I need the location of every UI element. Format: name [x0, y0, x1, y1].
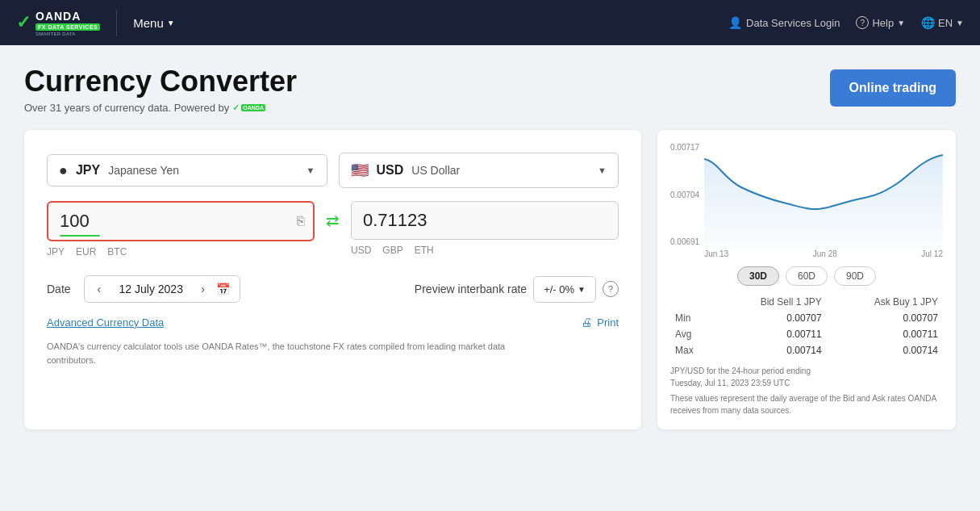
logo-checkmark-icon: ✓ [16, 12, 31, 33]
stats-avg-bid: 0.00711 [715, 326, 827, 342]
logo-text-block: OANDA FX DATA SERVICES SMARTER DATA [35, 10, 100, 36]
from-currency-shortcuts: JPY EUR BTC [47, 246, 315, 258]
from-amount-input[interactable] [60, 211, 277, 232]
stats-min-bid: 0.00707 [715, 310, 827, 326]
date-next-button[interactable]: › [198, 283, 208, 295]
from-amount-underline [60, 235, 100, 237]
shortcut-eur[interactable]: EUR [76, 246, 96, 258]
to-flag-icon: 🇺🇸 [351, 161, 369, 179]
chart-x-labels: Jun 13 Jun 28 Jul 12 [704, 249, 943, 258]
logo-tagline: FX DATA SERVICES [35, 23, 100, 31]
chart-svg-container: Jun 13 Jun 28 Jul 12 [704, 143, 943, 258]
calendar-icon[interactable]: 📅 [216, 283, 230, 295]
stats-table: Bid Sell 1 JPY Ask Buy 1 JPY Min 0.00707… [670, 294, 943, 358]
navbar: ✓ OANDA FX DATA SERVICES SMARTER DATA Me… [0, 0, 980, 45]
date-label: Date [47, 283, 71, 295]
nav-menu[interactable]: Menu ▼ [133, 16, 174, 30]
to-currency-shortcuts: USD GBP ETH [351, 245, 619, 256]
rate-help-icon[interactable]: ? [603, 281, 619, 297]
stats-max-label: Max [670, 342, 715, 358]
date-prev-button[interactable]: ‹ [94, 283, 105, 295]
shortcut-btc[interactable]: BTC [107, 246, 127, 258]
stats-header-ask: Ask Buy 1 JPY [827, 294, 943, 310]
preview-rate-select[interactable]: +/- 0% ▼ [533, 276, 596, 303]
print-link[interactable]: 🖨 Print [581, 316, 619, 329]
stats-avg-label: Avg [670, 326, 715, 342]
page-title: Currency Converter [24, 65, 297, 98]
data-services-login[interactable]: 👤 Data Services Login [728, 16, 840, 29]
swap-icon[interactable]: ⇄ [326, 201, 340, 230]
to-currency-select[interactable]: 🇺🇸 USD US Dollar ▼ [339, 153, 619, 188]
print-icon: 🖨 [581, 316, 592, 329]
shortcut-usd[interactable]: USD [351, 245, 371, 256]
from-currency-code: JPY [76, 163, 100, 178]
lang-chevron-icon: ▼ [956, 19, 964, 27]
shortcut-gbp[interactable]: GBP [382, 245, 402, 256]
help-nav[interactable]: ? Help ▼ [856, 16, 905, 29]
to-currency-name: US Dollar [411, 164, 460, 177]
from-currency-name: Japanese Yen [108, 164, 179, 177]
chart-panel: 0.00717 0.00704 0.00691 [657, 130, 956, 429]
globe-icon: 🌐 [921, 16, 935, 29]
online-trading-button[interactable]: Online trading [830, 69, 956, 107]
from-flag-icon: ● [59, 163, 68, 178]
period-60d-button[interactable]: 60D [786, 266, 828, 286]
logo-sub: SMARTER DATA [35, 31, 100, 36]
stats-row-max: Max 0.00714 0.00714 [670, 342, 943, 358]
oanda-logo-small: ✓ OANDA [232, 103, 265, 113]
shortcut-jpy[interactable]: JPY [47, 246, 65, 258]
chart-period-buttons: 30D 60D 90D [670, 266, 943, 286]
from-amount-box: ⎘ JPY EUR BTC [47, 201, 315, 258]
copy-icon[interactable]: ⎘ [297, 214, 305, 228]
preview-rate-label: Preview interbank rate [415, 283, 527, 295]
stats-row-avg: Avg 0.00711 0.00711 [670, 326, 943, 342]
stats-note: JPY/USD for the 24-hour period ending Tu… [670, 365, 943, 417]
to-amount-display: 0.71123 [363, 210, 607, 231]
advanced-currency-link[interactable]: Advanced Currency Data [47, 316, 164, 329]
help-chevron-icon: ▼ [897, 19, 905, 27]
to-currency-code: USD [377, 163, 404, 178]
stats-min-label: Min [670, 310, 715, 326]
stats-max-bid: 0.00714 [715, 342, 827, 358]
page-subtitle: Over 31 years of currency data. Powered … [24, 102, 297, 114]
logo-brand: OANDA [35, 10, 81, 23]
rate-chevron-icon: ▼ [578, 285, 586, 294]
stats-min-ask: 0.00707 [827, 310, 943, 326]
from-currency-select[interactable]: ● JPY Japanese Yen ▼ [47, 154, 327, 186]
from-chevron-icon: ▼ [307, 165, 315, 175]
stats-avg-ask: 0.00711 [827, 326, 943, 342]
shortcut-eth[interactable]: ETH [415, 245, 434, 256]
stats-header-bid: Bid Sell 1 JPY [715, 294, 827, 310]
stats-header-label [670, 294, 715, 310]
language-selector[interactable]: 🌐 EN ▼ [921, 16, 964, 29]
chart-y-labels: 0.00717 0.00704 0.00691 [670, 143, 704, 248]
date-value: 12 July 2023 [111, 283, 191, 295]
stats-max-ask: 0.00714 [827, 342, 943, 358]
period-30d-button[interactable]: 30D [737, 266, 779, 286]
nav-right: 👤 Data Services Login ? Help ▼ 🌐 EN ▼ [728, 16, 964, 29]
to-chevron-icon: ▼ [598, 165, 607, 175]
menu-chevron-icon: ▼ [167, 19, 175, 27]
logo: ✓ OANDA FX DATA SERVICES SMARTER DATA [16, 10, 117, 36]
disclaimer: OANDA's currency calculator tools use OA… [47, 340, 531, 366]
to-amount-box: 0.71123 USD GBP ETH [351, 201, 619, 256]
help-circle-icon: ? [856, 16, 869, 29]
date-nav: ‹ 12 July 2023 › 📅 [84, 275, 240, 303]
converter-panel: ● JPY Japanese Yen ▼ 🇺🇸 USD US Dollar ▼ [24, 130, 641, 429]
stats-row-min: Min 0.00707 0.00707 [670, 310, 943, 326]
period-90d-button[interactable]: 90D [834, 266, 876, 286]
user-icon: 👤 [728, 16, 742, 29]
